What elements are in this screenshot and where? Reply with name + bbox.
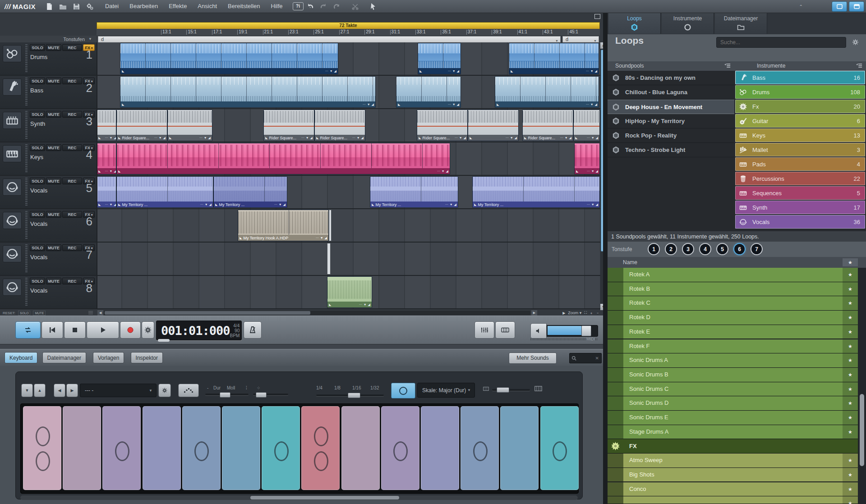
loop-row[interactable]: Sonic Drums C★ [608, 382, 866, 397]
audio-clip[interactable]: ◣My Territory ...⋯▼◢ [116, 176, 213, 208]
soundpool-item[interactable]: Chillout - Blue Laguna [608, 85, 734, 100]
speaker-icon[interactable] [530, 323, 547, 339]
track-mute-button[interactable]: MUTE [46, 44, 61, 51]
audio-clip[interactable]: ◣M...⋯▼◢ [97, 176, 116, 208]
track-solo-button[interactable]: SOLO [30, 278, 45, 284]
audio-clip[interactable]: ◣My Territory ...⋯▼◢ [213, 176, 287, 208]
track-lane-vocals-5[interactable]: ◣M...⋯▼◢◣My Territory ...⋯▼◢◣My Territor… [97, 176, 600, 208]
piano-key-6[interactable] [222, 406, 260, 490]
audio-clip[interactable] [327, 243, 331, 275]
window-maximize-icon[interactable] [849, 1, 864, 12]
favorite-star-icon[interactable]: ★ [843, 396, 858, 411]
mouse-mode-cursor-icon[interactable] [369, 2, 378, 11]
track-solo-button[interactable]: SOLO [30, 178, 45, 184]
media-tab-instrumente[interactable]: Instrumente [662, 13, 714, 34]
track-grip-icon[interactable] [25, 144, 28, 173]
stop-button[interactable] [64, 321, 86, 339]
tonstufen-header[interactable]: Tonstufen▼ [0, 36, 97, 43]
instrument-filter-synth[interactable]: Synth17 [735, 201, 865, 214]
track-icon-box[interactable] [3, 279, 22, 296]
keyboard-scroll-handle[interactable] [250, 496, 399, 499]
loop-row[interactable]: Rotek E★ [608, 325, 866, 339]
clip-menu-icon[interactable]: ▼ [204, 136, 207, 139]
instrument-filter-guitar[interactable]: Guitar6 [735, 114, 865, 128]
loop-row[interactable]: Sonic Drums E★ [608, 411, 866, 425]
track-lane-keys-4[interactable]: ◣R...⋯▼◢◣⋯▼◢◣⋯▼◢ [97, 142, 600, 175]
track-solo-button[interactable]: SOLO [30, 211, 45, 218]
track-icon-box[interactable] [3, 145, 22, 162]
favorite-star-icon[interactable]: ★ [843, 339, 858, 354]
favorite-star-icon[interactable]: ★ [843, 425, 858, 440]
menu-bearbeiten[interactable]: Bearbeiten [124, 0, 163, 13]
track-rec-button[interactable]: REC [62, 111, 82, 118]
go-to-start-button[interactable] [41, 321, 63, 339]
key-size-handle[interactable] [497, 387, 509, 393]
instrument-filter-pads[interactable]: Pads4 [735, 157, 865, 171]
division-label[interactable]: 1/8 [334, 385, 341, 390]
track-name[interactable]: Vocals [30, 220, 47, 227]
clip-menu-icon[interactable]: ▼ [452, 103, 456, 106]
redo-alt-icon[interactable] [332, 2, 342, 11]
favorites-column-icon[interactable]: ★ [843, 258, 858, 266]
arpeggio-pattern-button[interactable] [178, 384, 199, 397]
audio-clip[interactable]: ◣My Territory Hook A.HDP⋯▼◢ [238, 210, 329, 241]
audio-clip[interactable]: ◣⋯▼◢ [120, 76, 376, 108]
soundpool-item[interactable]: 80s - Dancing on my own [608, 71, 734, 85]
tonstufe-step-7[interactable]: 7 [751, 243, 763, 255]
play-from-icon[interactable]: ▶ [562, 311, 565, 315]
track-icon-box[interactable] [3, 245, 22, 262]
menu-ansicht[interactable]: Ansicht [192, 0, 222, 13]
preset-gear-icon[interactable] [158, 384, 171, 397]
piano-key-13[interactable] [500, 406, 539, 490]
track-rec-button[interactable]: REC [62, 44, 82, 51]
record-button[interactable] [120, 321, 141, 339]
clip-menu-icon[interactable]: ▼ [591, 136, 594, 139]
loop-name[interactable]: Rotek A [623, 268, 843, 282]
loop-name[interactable]: Rotek D [623, 311, 843, 325]
clip-menu-icon[interactable]: ▼ [459, 136, 462, 139]
piano-key-1[interactable] [23, 406, 61, 490]
piano-key-14[interactable] [540, 406, 579, 490]
quantize-handle[interactable] [348, 393, 360, 398]
track-rec-button[interactable]: REC [62, 211, 82, 218]
track-name[interactable]: Vocals [30, 287, 47, 294]
favorite-star-icon[interactable]: ★ [843, 325, 858, 339]
track-lane-vocals-6[interactable]: ◣My Territory Hook A.HDP⋯▼◢ [97, 209, 600, 242]
audio-clip[interactable]: ◣⋯▼◢ [495, 76, 599, 108]
clip-menu-icon[interactable]: ▼ [159, 136, 162, 139]
track-grip-icon[interactable] [25, 278, 28, 307]
instrument-filter-drums[interactable]: Drums108 [735, 85, 865, 99]
track-grip-icon[interactable] [25, 44, 28, 73]
audio-clip[interactable]: ◣Rider Square...⋯▼◢ [314, 110, 365, 141]
loop-row[interactable]: Rotek C★ [608, 296, 866, 311]
loop-row[interactable]: Sonic Drums A★ [608, 353, 866, 368]
clip-menu-icon[interactable]: ▼ [591, 203, 594, 206]
help-bubble-icon[interactable]: ?i [293, 2, 304, 10]
soundpool-item[interactable]: Rock Pop - Reality [608, 128, 734, 143]
bpm-value[interactable]: 90 [235, 328, 240, 333]
track-mute-button[interactable]: MUTE [46, 111, 61, 118]
loop-name[interactable]: Sonic Drums B [623, 368, 843, 382]
piano-key-3[interactable] [102, 406, 141, 490]
loop-button[interactable] [15, 321, 41, 339]
piano-key-7[interactable] [262, 406, 300, 490]
prev-preset-button[interactable]: ◀ [54, 384, 65, 397]
instrument-filter-vocals[interactable]: Vocals36 [735, 215, 865, 229]
more-sounds-button[interactable]: Mehr Sounds [509, 353, 557, 364]
grip-icon[interactable] [88, 311, 93, 315]
redo-icon[interactable] [319, 2, 329, 11]
clip-menu-icon[interactable]: ▼ [590, 103, 594, 106]
loop-name[interactable]: Rotek E [623, 325, 843, 339]
tonstufe-step-3[interactable]: 3 [682, 243, 694, 255]
favorite-star-icon[interactable]: ★ [843, 282, 858, 297]
favorite-star-icon[interactable]: ★ [843, 382, 858, 397]
favorite-star-icon[interactable]: ★ [843, 268, 858, 282]
favorite-star-icon[interactable]: ★ [843, 496, 858, 504]
clip-menu-icon[interactable]: ▼ [109, 170, 112, 173]
track-icon-box[interactable] [3, 45, 22, 62]
timeline-range-bar[interactable]: 72 Takte [97, 22, 600, 29]
audio-clip[interactable]: ◣⋯▼◢ [509, 43, 599, 74]
fit-view-icon[interactable]: ⛶ [584, 311, 587, 315]
track-solo-button[interactable]: SOLO [30, 111, 45, 118]
track-name[interactable]: Vocals [30, 187, 47, 194]
